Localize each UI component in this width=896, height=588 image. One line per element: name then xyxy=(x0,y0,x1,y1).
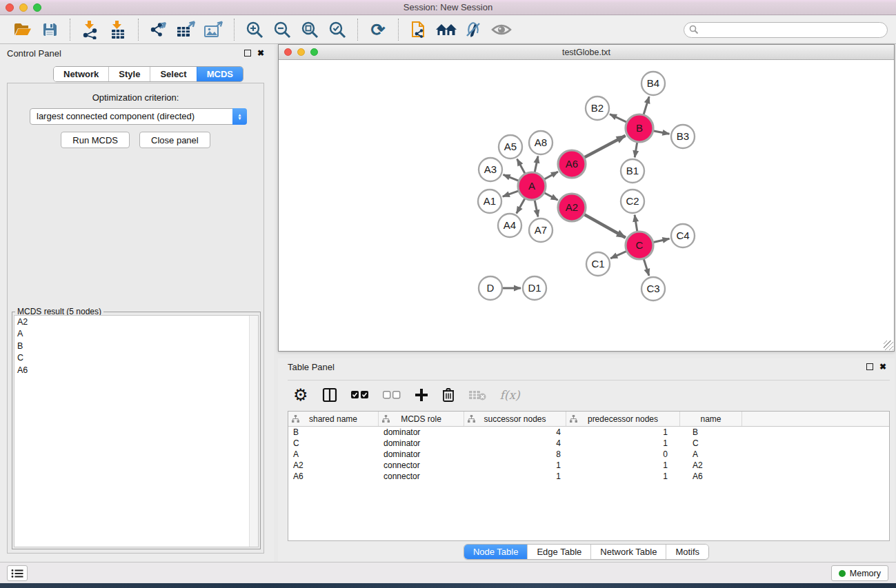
optimization-select[interactable]: largest connected component (directed) ▲… xyxy=(30,108,247,125)
tab-select[interactable]: Select xyxy=(150,67,196,81)
node-B1[interactable]: B1 xyxy=(621,159,644,183)
column-header-mcds-role[interactable]: MCDS role xyxy=(379,412,464,426)
tab-motifs[interactable]: Motifs xyxy=(666,545,708,559)
cell-mcds-role[interactable]: dominator xyxy=(379,449,464,460)
cell-name[interactable]: C xyxy=(680,438,742,449)
column-panel-icon[interactable] xyxy=(322,385,337,405)
deselect-all-icon[interactable] xyxy=(383,385,401,405)
table-row[interactable]: A2connector11A2 xyxy=(288,460,889,471)
node-D1[interactable]: D1 xyxy=(523,276,546,300)
mcds-result-list[interactable]: A2ABCA6 xyxy=(14,315,259,547)
cell-successor-nodes[interactable]: 4 xyxy=(464,438,566,449)
select-all-icon[interactable] xyxy=(351,385,369,405)
cell-shared-name[interactable]: C xyxy=(288,438,379,449)
scrollbar-track[interactable] xyxy=(249,316,258,547)
node-A[interactable]: A xyxy=(518,172,546,200)
node-B[interactable]: B xyxy=(626,114,653,142)
float-panel-icon[interactable] xyxy=(244,50,251,57)
node-A3[interactable]: A3 xyxy=(479,158,502,181)
mcds-result-item[interactable]: A2 xyxy=(14,316,258,328)
node-C[interactable]: C xyxy=(626,232,653,259)
tab-edge-table[interactable]: Edge Table xyxy=(527,545,590,559)
column-header-predecessor-nodes[interactable]: predecessor nodes xyxy=(566,412,680,426)
cell-successor-nodes[interactable]: 1 xyxy=(464,460,566,471)
tab-style[interactable]: Style xyxy=(108,67,150,81)
node-A8[interactable]: A8 xyxy=(529,131,552,154)
close-table-panel-icon[interactable]: ✖ xyxy=(879,363,886,370)
home-icon[interactable] xyxy=(435,19,457,41)
save-session-icon[interactable] xyxy=(39,19,61,41)
table-row[interactable]: Adominator80A xyxy=(288,449,889,460)
delete-column-icon[interactable] xyxy=(442,385,455,405)
zoom-fit-icon[interactable] xyxy=(299,19,321,41)
mcds-result-item[interactable]: B xyxy=(14,340,258,352)
tab-network-table[interactable]: Network Table xyxy=(590,545,666,559)
cell-mcds-role[interactable]: dominator xyxy=(379,427,464,438)
node-A6[interactable]: A6 xyxy=(558,150,586,178)
cell-shared-name[interactable]: A6 xyxy=(288,471,379,482)
node-A7[interactable]: A7 xyxy=(529,219,552,242)
table-settings-icon[interactable]: ⚙ xyxy=(293,385,308,405)
cell-shared-name[interactable]: A xyxy=(288,449,379,460)
mcds-result-item[interactable]: A xyxy=(14,328,258,341)
node-C1[interactable]: C1 xyxy=(586,252,610,276)
cell-shared-name[interactable]: A2 xyxy=(288,460,379,471)
cell-successor-nodes[interactable]: 1 xyxy=(464,471,566,482)
close-panel-icon[interactable]: ✖ xyxy=(257,50,264,57)
cell-mcds-role[interactable]: connector xyxy=(379,460,464,471)
column-header-successor-nodes[interactable]: successor nodes xyxy=(464,412,566,426)
tab-node-table[interactable]: Node Table xyxy=(464,545,528,559)
import-network-icon[interactable] xyxy=(79,19,101,41)
network-graph[interactable]: AA1A2A3A4A5A6A7A8BB1B2B3B4CC1C2C3C4DD1 xyxy=(279,61,894,351)
table-row[interactable]: Bdominator41B xyxy=(288,427,889,438)
table-row[interactable]: Cdominator41C xyxy=(288,438,889,449)
cell-successor-nodes[interactable]: 8 xyxy=(464,449,566,460)
refresh-icon[interactable]: ⟳ xyxy=(367,19,389,41)
node-D[interactable]: D xyxy=(479,276,502,300)
cell-successor-nodes[interactable]: 4 xyxy=(464,427,566,438)
cell-name[interactable]: B xyxy=(680,427,742,438)
node-B4[interactable]: B4 xyxy=(641,72,665,95)
tab-network[interactable]: Network xyxy=(54,67,108,81)
network-canvas[interactable]: AA1A2A3A4A5A6A7A8BB1B2B3B4CC1C2C3C4DD1 xyxy=(279,61,894,351)
node-C3[interactable]: C3 xyxy=(641,277,665,301)
memory-button[interactable]: Memory xyxy=(831,565,888,581)
export-table-icon[interactable] xyxy=(175,19,197,41)
float-table-panel-icon[interactable] xyxy=(866,363,873,370)
column-header-name[interactable]: name xyxy=(680,412,742,426)
export-network-icon[interactable] xyxy=(148,19,170,41)
node-B2[interactable]: B2 xyxy=(586,97,609,120)
cell-shared-name[interactable]: B xyxy=(288,427,379,438)
export-image-icon[interactable] xyxy=(203,19,225,41)
cell-mcds-role[interactable]: connector xyxy=(379,471,464,482)
task-history-button[interactable] xyxy=(7,565,28,581)
table-row[interactable]: A6connector11A6 xyxy=(288,471,889,482)
zoom-out-icon[interactable] xyxy=(271,19,293,41)
node-C4[interactable]: C4 xyxy=(671,224,695,247)
node-C2[interactable]: C2 xyxy=(621,190,644,213)
network-window-titlebar[interactable]: testGlobe.txt xyxy=(279,45,894,60)
zoom-selected-icon[interactable] xyxy=(326,19,348,41)
node-A4[interactable]: A4 xyxy=(498,214,521,237)
node-B3[interactable]: B3 xyxy=(671,125,695,148)
column-header-shared-name[interactable]: shared name xyxy=(288,412,379,426)
cell-predecessor-nodes[interactable]: 0 xyxy=(566,449,680,460)
cell-predecessor-nodes[interactable]: 1 xyxy=(566,471,680,482)
cell-predecessor-nodes[interactable]: 1 xyxy=(566,460,680,471)
cell-name[interactable]: A xyxy=(680,449,742,460)
mcds-result-item[interactable]: C xyxy=(14,352,258,365)
node-A2[interactable]: A2 xyxy=(558,194,586,221)
run-mcds-button[interactable]: Run MCDS xyxy=(61,132,130,148)
import-table-icon[interactable] xyxy=(107,19,129,41)
close-panel-button[interactable]: Close panel xyxy=(139,132,210,148)
cell-name[interactable]: A6 xyxy=(680,471,742,482)
open-file-icon[interactable] xyxy=(11,19,33,41)
mcds-result-item[interactable]: A6 xyxy=(14,364,258,376)
search-input[interactable] xyxy=(684,22,888,38)
tab-mcds[interactable]: MCDS xyxy=(197,67,243,81)
cell-predecessor-nodes[interactable]: 1 xyxy=(566,427,680,438)
cell-predecessor-nodes[interactable]: 1 xyxy=(566,438,680,449)
node-A5[interactable]: A5 xyxy=(499,135,522,159)
graphics-details-icon[interactable] xyxy=(463,19,485,41)
document-network-icon[interactable] xyxy=(408,19,430,41)
